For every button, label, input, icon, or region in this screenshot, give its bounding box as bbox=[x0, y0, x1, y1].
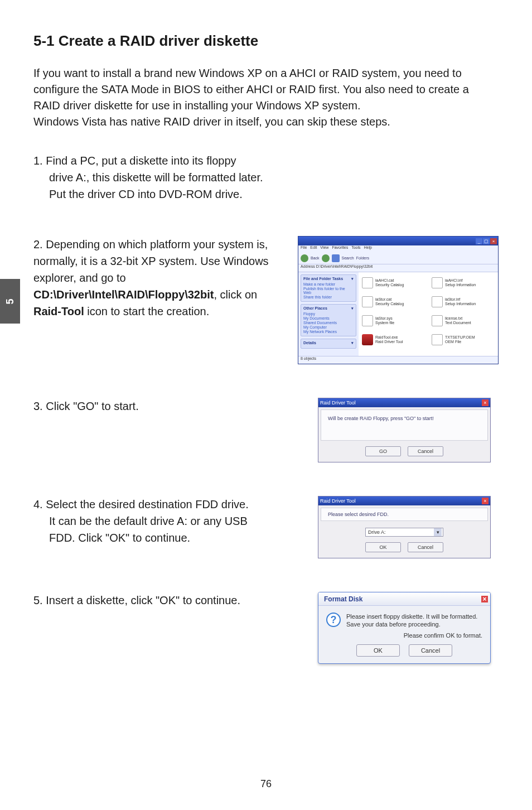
intro-text: If you want to install a brand new Windo… bbox=[33, 65, 499, 130]
dialog-message: Please insert floppy diskette. It will b… bbox=[346, 613, 477, 629]
file-folder-tasks: File and Folder Tasks▾ Make a new folder… bbox=[301, 274, 356, 302]
ok-button[interactable]: OK bbox=[365, 542, 401, 552]
go-dialog: Raid Driver Tool × Will be create RAID F… bbox=[318, 398, 491, 462]
file-icon bbox=[432, 334, 443, 345]
go-button[interactable]: GO bbox=[365, 446, 401, 456]
explorer-window: _ ▢ × FileEditViewFavoritesToolsHelp Bac… bbox=[298, 236, 499, 364]
step-1: 1. Find a PC, put a diskette into its fl… bbox=[33, 152, 499, 202]
file-item[interactable]: TXTSETUP.OEMOEM File bbox=[432, 331, 495, 348]
file-icon bbox=[362, 315, 373, 326]
explorer-sidebar: File and Folder Tasks▾ Make a new folder… bbox=[298, 272, 359, 356]
file-item[interactable]: iaAHCI.catSecurity Catalog bbox=[362, 274, 425, 291]
dialog-message: Will be create RAID Floppy, press "GO" t… bbox=[321, 409, 488, 441]
dialog-titlebar: Raid Driver Tool × bbox=[318, 398, 490, 407]
dialog-titlebar: Format Disk × bbox=[318, 592, 490, 606]
explorer-toolbar[interactable]: Back Search Folders bbox=[298, 252, 498, 264]
cancel-button[interactable]: Cancel bbox=[409, 644, 452, 657]
ok-button[interactable]: OK bbox=[356, 644, 400, 657]
fdd-dialog: Raid Driver Tool × Please select desired… bbox=[318, 496, 491, 558]
cancel-button[interactable]: Cancel bbox=[408, 446, 443, 456]
other-places: Other Places▾ Floppy My Documents Shared… bbox=[301, 304, 356, 336]
sidebar-link[interactable]: Shared Documents bbox=[303, 321, 354, 325]
file-item[interactable]: iaStor.catSecurity Catalog bbox=[362, 293, 425, 310]
file-item[interactable]: license.txtText Document bbox=[432, 312, 495, 329]
file-icon bbox=[432, 296, 443, 307]
status-bar: 8 objects bbox=[298, 356, 498, 364]
fdd-select[interactable]: Drive A: bbox=[365, 528, 443, 537]
section-heading: 5-1 Create a RAID driver diskette bbox=[33, 32, 499, 50]
file-icon bbox=[362, 277, 373, 288]
close-button[interactable]: × bbox=[490, 238, 497, 244]
step-2: 2. Depending on which platform your syst… bbox=[33, 236, 499, 364]
file-item[interactable]: RaidTool.exeRaid Driver Tool bbox=[362, 331, 425, 348]
file-icon bbox=[362, 296, 373, 307]
confirm-text: Please confirm OK to format. bbox=[318, 632, 490, 642]
sidebar-link[interactable]: My Computer bbox=[303, 325, 354, 329]
file-item[interactable]: IaStor.sysSystem file bbox=[362, 312, 425, 329]
explorer-titlebar: _ ▢ × bbox=[298, 237, 498, 245]
address-bar[interactable]: Address D:\Driver\Intel\RAID\Floppy\32bi… bbox=[298, 264, 498, 272]
up-icon[interactable] bbox=[332, 254, 340, 262]
file-item[interactable]: iaAHCI.infSetup Information bbox=[432, 274, 495, 291]
question-icon: ? bbox=[326, 613, 341, 627]
raidtool-icon bbox=[362, 334, 373, 345]
close-icon[interactable]: × bbox=[482, 498, 489, 504]
forward-icon[interactable] bbox=[322, 254, 330, 262]
cancel-button[interactable]: Cancel bbox=[408, 542, 443, 552]
page-number: 76 bbox=[0, 778, 532, 790]
file-item[interactable]: iaStor.infSetup Information bbox=[432, 293, 495, 310]
chapter-tab: 5 bbox=[0, 279, 20, 324]
maximize-button[interactable]: ▢ bbox=[483, 238, 490, 244]
sidebar-link[interactable]: Floppy bbox=[303, 312, 354, 316]
close-icon[interactable]: × bbox=[482, 399, 489, 406]
file-pane: iaAHCI.catSecurity Catalog iaAHCI.infSet… bbox=[359, 272, 498, 356]
close-icon[interactable]: × bbox=[481, 596, 488, 602]
step-5: 5. Insert a diskette, click "OK" to cont… bbox=[33, 592, 499, 664]
sidebar-link[interactable]: Share this folder bbox=[303, 295, 354, 299]
step-3: 3. Click "GO" to start. Raid Driver Tool… bbox=[33, 398, 499, 462]
sidebar-link[interactable]: My Documents bbox=[303, 316, 354, 320]
back-icon[interactable] bbox=[301, 254, 308, 262]
dialog-titlebar: Raid Driver Tool × bbox=[318, 496, 490, 505]
explorer-menubar[interactable]: FileEditViewFavoritesToolsHelp bbox=[298, 245, 498, 252]
format-disk-dialog: Format Disk × ? Please insert floppy dis… bbox=[318, 592, 491, 664]
sidebar-link[interactable]: My Network Places bbox=[303, 330, 354, 334]
minimize-button[interactable]: _ bbox=[476, 238, 482, 244]
sidebar-link[interactable]: Publish this folder to the Web bbox=[303, 287, 354, 295]
details-box: Details▾ bbox=[301, 339, 356, 349]
file-icon bbox=[432, 277, 443, 288]
sidebar-link[interactable]: Make a new folder bbox=[303, 282, 354, 286]
step-4: 4. Select the desired destination FDD dr… bbox=[33, 496, 499, 558]
file-icon bbox=[432, 315, 443, 326]
dialog-message: Please select desired FDD. bbox=[321, 508, 488, 521]
